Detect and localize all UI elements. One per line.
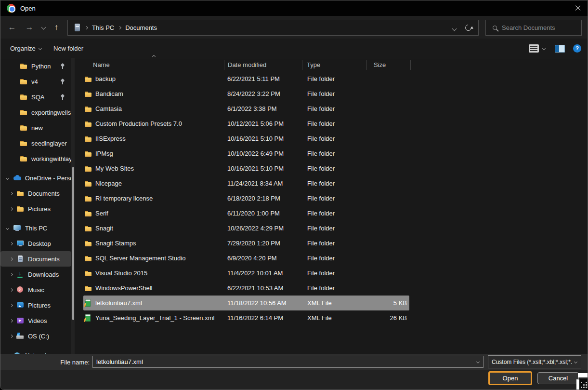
- recent-locations-chevron-icon[interactable]: [38, 16, 49, 39]
- chevron-right-icon[interactable]: [10, 207, 13, 210]
- sidebar-item-label: workingwithlay: [31, 155, 71, 162]
- file-row-snagit-stamps[interactable]: Snagit Stamps7/29/2020 1:20 PMFile folde…: [83, 236, 409, 251]
- breadcrumb-documents[interactable]: Documents: [125, 24, 157, 31]
- sidebar-item-documents[interactable]: Documents: [0, 251, 71, 267]
- help-button[interactable]: ?: [573, 39, 581, 58]
- search-input[interactable]: Search Documents: [485, 20, 582, 36]
- titlebar[interactable]: Open: [0, 0, 588, 16]
- chevron-right-icon[interactable]: [10, 257, 13, 260]
- chevron-right-icon[interactable]: [10, 334, 13, 337]
- file-name-text: IISExpress: [95, 135, 126, 142]
- preview-pane-button[interactable]: [555, 39, 565, 58]
- file-name-label: File name:: [0, 354, 90, 370]
- cancel-button[interactable]: Cancel: [537, 372, 579, 384]
- folder-icon: [84, 255, 92, 262]
- file-name-cell: Snagit: [83, 225, 224, 232]
- sidebar-item-label: Documents: [28, 256, 60, 263]
- folder-icon: [20, 139, 27, 147]
- open-button[interactable]: Open: [488, 371, 532, 385]
- sidebar-item-desktop[interactable]: Desktop: [0, 236, 71, 251]
- file-row-my-web-sites[interactable]: My Web Sites10/16/2021 5:10 PMFile folde…: [83, 161, 409, 176]
- file-name-dropdown-chevron-icon[interactable]: [476, 360, 480, 363]
- sidebar-item-label: OneDrive - Perso: [25, 175, 71, 182]
- resize-grip-icon[interactable]: [581, 382, 588, 389]
- close-icon[interactable]: [572, 3, 584, 13]
- sidebar-item-documents[interactable]: Documents: [0, 186, 71, 201]
- sidebar-item-label: Music: [28, 286, 44, 294]
- sidebar-item-sqa[interactable]: SQA: [0, 89, 71, 105]
- chevron-right-icon[interactable]: [10, 319, 13, 322]
- file-name-cell: Bandicam: [83, 90, 224, 98]
- sidebar-item-pictures[interactable]: Pictures: [0, 201, 71, 216]
- file-row-yuna-seeding-layer-trial-1-screen-xml[interactable]: Yuna_Seeding_Layer_Trial_1 - Screen.xml1…: [83, 310, 409, 325]
- type-cell: File folder: [303, 225, 368, 232]
- file-row-serif[interactable]: Serif6/11/2020 1:00 PMFile folder: [83, 206, 409, 221]
- file-name-combo: [92, 356, 483, 368]
- sidebar-item-exportingwellst[interactable]: exportingwellst: [0, 105, 71, 120]
- sidebar-item-label: seedinglayer: [31, 140, 67, 147]
- column-header-type[interactable]: Type: [302, 60, 367, 70]
- sidebar-scrollbar-thumb[interactable]: [72, 167, 74, 320]
- folder-icon: [20, 124, 27, 132]
- date-modified-cell: 11/4/2022 10:01 AM: [224, 269, 303, 277]
- sidebar-item-this-pc[interactable]: This PC: [0, 220, 71, 236]
- back-button[interactable]: ←: [4, 16, 20, 39]
- sidebar-item-music[interactable]: Music: [0, 282, 71, 297]
- breadcrumb-this-pc[interactable]: This PC: [92, 24, 114, 31]
- sidebar-item-new[interactable]: new: [0, 120, 71, 135]
- chevron-right-icon[interactable]: [10, 272, 13, 276]
- file-row-windowspowershell[interactable]: WindowsPowerShell6/22/2021 10:53 AMFile …: [83, 281, 409, 296]
- file-name-cell: Nicepage: [83, 180, 224, 188]
- file-row-iisexpress[interactable]: IISExpress10/16/2021 5:10 PMFile folder: [83, 131, 409, 146]
- chevron-right-icon[interactable]: [10, 288, 13, 291]
- sidebar-item-v4[interactable]: v4: [0, 74, 71, 89]
- file-row-custom-production-presets-7-0[interactable]: Custom Production Presets 7.010/12/2021 …: [83, 116, 409, 131]
- chevron-right-icon[interactable]: [10, 242, 13, 245]
- view-dropdown-button[interactable]: [543, 39, 545, 58]
- change-view-button[interactable]: [529, 39, 539, 58]
- sidebar-item-python[interactable]: Python: [0, 58, 71, 74]
- sidebar-item-videos[interactable]: Videos: [0, 313, 71, 328]
- file-row-bandicam[interactable]: Bandicam8/24/2022 3:22 PMFile folder: [83, 86, 409, 101]
- file-row-backup[interactable]: backup6/22/2021 5:11 PMFile folder: [83, 71, 409, 86]
- file-row-sql-server-management-studio[interactable]: SQL Server Management Studio6/9/2020 4:2…: [83, 251, 409, 266]
- file-row-nicepage[interactable]: Nicepage11/24/2021 8:34 AMFile folder: [83, 176, 409, 191]
- onedrive-icon: [13, 174, 21, 182]
- sidebar-item-workingwithlay[interactable]: workingwithlay: [0, 151, 71, 166]
- up-button[interactable]: ↑: [50, 16, 63, 39]
- new-folder-button[interactable]: New folder: [53, 39, 83, 58]
- file-row-snagit[interactable]: Snagit10/26/2022 4:29 PMFile folder: [83, 221, 409, 236]
- column-header-size[interactable]: Size: [367, 60, 411, 70]
- sidebar-item-os-c[interactable]: OS (C:): [0, 328, 71, 344]
- type-cell: File folder: [303, 195, 368, 202]
- sidebar-item-pictures[interactable]: Pictures: [0, 297, 71, 313]
- sidebar-item-seedinglayer[interactable]: seedinglayer: [0, 135, 71, 151]
- organize-button[interactable]: Organize: [10, 39, 41, 58]
- sidebar-item-onedrive-perso[interactable]: OneDrive - Perso: [0, 170, 71, 186]
- sidebar-item-downloads[interactable]: Downloads: [0, 267, 71, 282]
- file-name-text: SQL Server Management Studio: [95, 255, 185, 262]
- chevron-right-icon[interactable]: [10, 303, 13, 307]
- file-row-ipmsg[interactable]: IPMsg10/10/2022 6:49 PMFile folder: [83, 146, 409, 161]
- refresh-icon[interactable]: [464, 23, 472, 32]
- file-row-ri-temporary-license[interactable]: RI temporary license6/18/2020 2:18 PMFil…: [83, 191, 409, 206]
- file-row-camtasia[interactable]: Camtasia6/1/2022 3:38 PMFile folder: [83, 101, 409, 116]
- file-name-input[interactable]: [93, 358, 477, 365]
- chevron-right-icon[interactable]: [10, 191, 13, 195]
- list-view-icon: [529, 44, 539, 53]
- file-row-visual-studio-2015[interactable]: Visual Studio 201511/4/2022 10:01 AMFile…: [83, 266, 409, 281]
- file-name-cell: Custom Production Presets 7.0: [83, 120, 224, 128]
- chevron-down-icon[interactable]: [6, 176, 9, 180]
- column-header-date-modified[interactable]: Date modified: [224, 60, 302, 70]
- sidebar-item-network[interactable]: Network: [0, 348, 71, 354]
- forward-button[interactable]: →: [22, 16, 37, 39]
- file-row-letkoluntiau7-xml[interactable]: letkoluntiau7.xml11/18/2022 10:56 AMXML …: [83, 296, 409, 310]
- address-bar[interactable]: This PC Documents: [67, 20, 479, 36]
- file-type-select[interactable]: Custom Files (*.xslt;*.xbl;*.xsl;*.: [488, 355, 581, 368]
- chevron-down-icon[interactable]: [6, 226, 9, 229]
- file-name-cell: IPMsg: [83, 150, 224, 158]
- sidebar-item-label: Documents: [28, 190, 60, 197]
- address-dropdown-chevron-icon[interactable]: [452, 27, 457, 31]
- column-header-name[interactable]: Name: [78, 60, 224, 70]
- folder-icon: [84, 180, 92, 188]
